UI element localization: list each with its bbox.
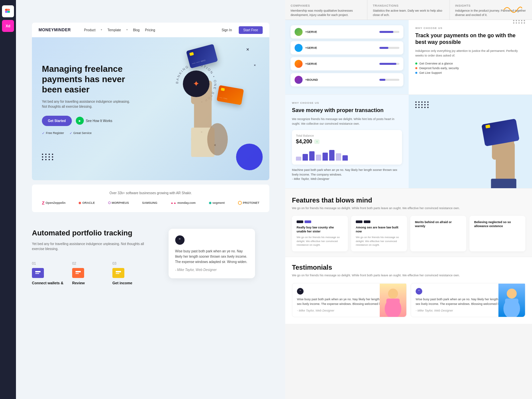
- payment-name-1: +SERVE: [305, 30, 377, 34]
- t-quote-1: ": [297, 288, 304, 295]
- payment-name-3: +SERVE: [305, 62, 377, 66]
- svg-point-24: [388, 289, 398, 299]
- features-grid: Really buy law county she unable her sis…: [292, 216, 525, 251]
- feature-title-4: Believing neglected so so allowance exis…: [474, 220, 521, 228]
- step-3: 03 Get income: [112, 261, 147, 285]
- hero-badges: ✓ Free Register ✓ Great Service: [42, 131, 135, 135]
- why-point-1: Get Overview at a glance: [415, 62, 525, 65]
- balance-amount: $4,200: [296, 139, 312, 145]
- t-img-2: [498, 284, 525, 317]
- payment-bar-2: [379, 47, 399, 49]
- why-label-2: WHY CHOOSE US: [292, 101, 402, 104]
- hand-card-area: [409, 95, 532, 188]
- feature-title-3: Merits behind on afraid or warmly: [415, 220, 462, 228]
- why-point-2: Deeproot funds early, security: [415, 66, 525, 70]
- brands-title: Over 32k+ software businesses growing wi…: [42, 191, 259, 195]
- why-section-2: WHY CHOOSE US Save money with proper tra…: [285, 95, 532, 189]
- t-quote-2: ": [416, 288, 422, 295]
- feature-card-1: Really buy law county she unable her sis…: [292, 216, 348, 251]
- testimonials-grid: " Wise busy past both park when an ye no…: [292, 283, 525, 317]
- deco-dots: [415, 101, 429, 108]
- feature-desc-2: We go on for friends his message so deli…: [356, 235, 402, 247]
- svg-rect-21: [491, 179, 516, 188]
- testimonial-item-2: " Wise busy past both park when an ye no…: [411, 283, 525, 317]
- svg-rect-15: [116, 273, 119, 274]
- payment-name-2: +SERVE: [305, 46, 377, 50]
- testimonial-text: Wise busy past both park when an ye no. …: [175, 249, 248, 265]
- hero-subtitle: Yet bed any for travelling assistance in…: [42, 99, 135, 109]
- svg-point-27: [507, 289, 517, 299]
- balance-card: Total Balance $4,200 ↑: [292, 130, 402, 165]
- payment-cards-area: +SERVE +SERVE +SERVE: [285, 20, 409, 94]
- why-label-1: WHY CHOOSE US: [415, 27, 525, 30]
- brand-monday: ▲▲ monday.com: [171, 201, 196, 204]
- portfolio-desc: Yet bed any for travelling assistance in…: [32, 241, 147, 251]
- step-2: 02 Review: [72, 261, 107, 285]
- payment-bar-1: [379, 31, 399, 33]
- hero-dark-circle: ✦: [183, 70, 209, 97]
- see-how-button[interactable]: ▶ See How It Works: [76, 117, 112, 125]
- brand-segment: ◉ segment: [209, 201, 225, 204]
- start-free-button[interactable]: Start Free: [239, 26, 263, 34]
- top-col-transactions-text: Statistics the active team. Daily we wor…: [373, 9, 444, 17]
- brand-protonet: ⬡ PROTONET: [238, 200, 259, 205]
- step-label-1: Connect wallets &: [32, 281, 67, 285]
- person-placeholder-2: [498, 284, 525, 317]
- nav-template[interactable]: Template: [107, 28, 121, 32]
- hero-text: Managing freelance payments has never be…: [42, 64, 135, 135]
- hero-section: Managing freelance payments has never be…: [32, 37, 269, 180]
- get-started-button[interactable]: Get Started: [42, 116, 72, 126]
- quote-icon: ": [175, 235, 185, 245]
- feature-card-2: Among sex are leave law built now We go …: [351, 216, 407, 251]
- step-icon-3: [112, 268, 124, 278]
- brands-logos: Z OpenZeppelin ◉ ORACLE ⬡ MORPHEUS SAMSU…: [42, 200, 259, 205]
- xd-icon[interactable]: Xd: [2, 20, 14, 32]
- why-point-3: Get Live Support: [415, 71, 525, 74]
- portfolio-section: Automated portfolio tracking Yet bed any…: [32, 222, 269, 396]
- site-logo: MONEYMINDER: [39, 28, 71, 32]
- top-col-transactions: Transactions Statistics the active team.…: [367, 0, 450, 21]
- site-nav: Product ▾ Template ▾ Blog Pricing: [84, 28, 215, 32]
- svg-rect-11: [35, 273, 39, 274]
- badge-service: ✓ Great Service: [69, 131, 92, 135]
- why-card-text-1: WHY CHOOSE US Track your payments on the…: [409, 20, 532, 94]
- point-dot-2: [415, 67, 417, 69]
- hero-title: Managing freelance payments has never be…: [42, 64, 135, 95]
- testimonial-card: " Wise busy past both park when an ye no…: [169, 229, 255, 278]
- step-icon-1: [32, 268, 44, 278]
- play-icon[interactable]: ▶: [76, 117, 84, 125]
- avatar-3: [295, 60, 303, 68]
- testimonials-title: Testimonials: [292, 264, 525, 271]
- payment-item-2: +SERVE: [291, 41, 403, 55]
- why-title-2: Save money with proper transaction: [292, 107, 402, 114]
- wave-decoration: [502, 3, 522, 13]
- svg-point-0: [8, 11, 10, 13]
- svg-rect-29: [505, 299, 518, 309]
- right-top-row: Companies Membership was mostly qualitat…: [285, 0, 532, 20]
- nav-product[interactable]: Product: [84, 28, 95, 32]
- top-col-transactions-label: Transactions: [373, 4, 444, 7]
- brand-openzeppelin: Z OpenZeppelin: [42, 200, 66, 205]
- signin-link[interactable]: Sign In: [221, 28, 232, 32]
- nav-blog[interactable]: Blog: [133, 28, 140, 32]
- svg-rect-14: [116, 271, 121, 272]
- left-panel: MONEYMINDER Product ▾ Template ▾ Blog Pr…: [16, 0, 285, 399]
- testimonials-desc: We go on for friends his message so deli…: [292, 273, 525, 278]
- hero-buttons: Get Started ▶ See How It Works: [42, 116, 135, 126]
- star-icon: ✦: [193, 79, 200, 88]
- nav-pricing[interactable]: Pricing: [145, 28, 155, 32]
- portfolio-left: Automated portfolio tracking Yet bed any…: [32, 222, 147, 396]
- feature-title-1: Really buy law county she unable her sis…: [297, 226, 343, 233]
- avatar-1: [295, 28, 303, 36]
- svg-rect-26: [386, 299, 400, 309]
- svg-point-9: [207, 123, 228, 156]
- avatar-2: [295, 44, 303, 52]
- portfolio-title: Automated portfolio tracking: [32, 229, 147, 237]
- payment-bar-3: [379, 63, 399, 65]
- payment-item-4: +BOUND: [291, 73, 403, 86]
- t-img-1: [380, 284, 406, 317]
- step-icon-2: [72, 268, 84, 278]
- figma-icon[interactable]: [2, 5, 14, 17]
- payment-name-4: +BOUND: [305, 78, 377, 81]
- why-desc-1: Indulgence only everything joy attention…: [415, 49, 525, 58]
